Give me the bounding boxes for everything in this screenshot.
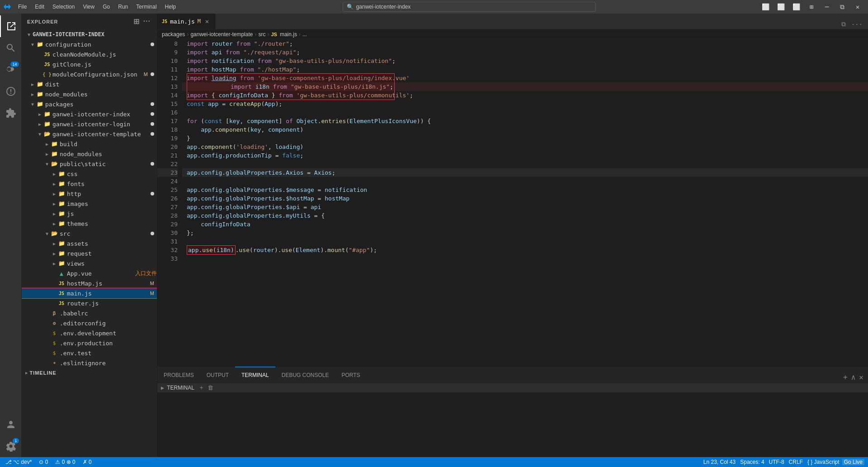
status-spaces[interactable]: Spaces: 4 (738, 459, 766, 465)
tree-item-views[interactable]: ▶ 📁 views (22, 258, 157, 268)
breadcrumb-packages[interactable]: packages (162, 31, 185, 38)
tree-item-js[interactable]: ▶ 📁 js (22, 209, 157, 219)
tree-item-hostMap[interactable]: JS hostMap.js M (22, 278, 157, 288)
tree-item-public-static[interactable]: ▼ 📂 public\static (22, 159, 157, 169)
tree-item-node_modules[interactable]: ▶ 📁 node_modules (22, 89, 157, 99)
terminal-add-btn[interactable]: + (842, 372, 849, 382)
menu-go[interactable]: Go (99, 3, 113, 11)
status-encoding[interactable]: UTF-8 (767, 459, 786, 465)
terminal-close-btn[interactable]: ✕ (858, 372, 864, 382)
breadcrumb-src[interactable]: src (258, 31, 265, 38)
tree-item-packages[interactable]: ▼ 📁 packages (22, 99, 157, 109)
tree-item-env-development[interactable]: $ .env.development (22, 328, 157, 338)
split-editor-btn[interactable]: ⧉ (840, 19, 848, 29)
code-line-14: import { configInfoData } from 'gw-base-… (182, 91, 868, 100)
more-actions-btn[interactable]: ··· (142, 16, 151, 27)
layout-activitybar-btn[interactable]: ⬜ (789, 2, 803, 11)
customize-layout-btn[interactable]: ⊞ (805, 2, 818, 11)
tree-item-node_modules2[interactable]: ▶ 📁 node_modules (22, 149, 157, 159)
tree-item-themes[interactable]: ▶ 📁 themes (22, 219, 157, 229)
tree-item-App.vue[interactable]: ▲ App.vue 入口文件 (22, 268, 157, 278)
menu-edit[interactable]: Edit (31, 3, 48, 11)
tree-item-editorconfig[interactable]: ⚙ .editorconfig (22, 318, 157, 328)
breadcrumb-dots[interactable]: ... (302, 31, 307, 38)
status-warnings[interactable]: ⚠ 0 ⊗ 0 (53, 459, 77, 465)
tab-ports[interactable]: PORTS (335, 367, 366, 382)
activity-settings[interactable]: 1 (0, 435, 22, 457)
terminal-trash-icon[interactable]: 🗑 (208, 384, 213, 391)
tree-item-build[interactable]: ▶ 📁 build (22, 139, 157, 149)
activity-search[interactable] (0, 37, 22, 59)
js-file-icon2: JS (43, 61, 51, 68)
themes-arrow: ▶ (51, 221, 58, 226)
menu-terminal[interactable]: Terminal (132, 3, 160, 11)
terminal-toggle-icon[interactable]: ▶ (161, 385, 164, 391)
tree-item-gitClone[interactable]: JS gitClone.js (22, 59, 157, 69)
tree-item-env-production[interactable]: $ .env.production (22, 338, 157, 348)
status-sync[interactable]: ⊙ 0 (37, 459, 50, 465)
tab-close-btn[interactable]: ✕ (203, 18, 211, 25)
tree-item-fonts[interactable]: ▶ 📁 fonts (22, 179, 157, 189)
breadcrumb: packages › ganwei-iotcenter-template › s… (157, 29, 868, 39)
tab-main-js[interactable]: JS main.js M ✕ (157, 14, 216, 29)
menu-run[interactable]: Run (114, 3, 132, 11)
status-errors[interactable]: ✗ 0 (81, 459, 94, 465)
close-btn[interactable]: ✕ (851, 2, 864, 11)
more-tabs-btn[interactable]: ··· (849, 20, 864, 29)
terminal-new-icon[interactable]: + (200, 385, 203, 391)
minimize-btn[interactable]: ─ (820, 2, 834, 11)
status-line-ending[interactable]: CRLF (787, 459, 805, 465)
tab-debug-console[interactable]: DEBUG CONSOLE (275, 367, 335, 382)
code-line-20: app.component('loading', loading) (182, 143, 868, 151)
tab-problems[interactable]: PROBLEMS (157, 367, 200, 382)
tree-item-http[interactable]: ▶ 📁 http (22, 189, 157, 199)
menu-selection[interactable]: Selection (49, 3, 78, 11)
tree-item-cleanNodeModule[interactable]: JS cleanNodeModule.js (22, 49, 157, 59)
tree-item-configuration[interactable]: ▼ 📁 configuration (22, 39, 157, 49)
layout-panel-btn[interactable]: ⬜ (774, 2, 788, 11)
code-content[interactable]: import router from "./router"; import ap… (182, 39, 868, 367)
terminal-minimize-btn[interactable]: ∧ (850, 372, 857, 382)
tree-item-css[interactable]: ▶ 📁 css (22, 169, 157, 179)
tab-terminal[interactable]: TERMINAL (235, 367, 275, 382)
timeline-section[interactable]: ▶ TIMELINE (22, 368, 157, 378)
tree-item-env-test[interactable]: $ .env.test (22, 348, 157, 358)
tab-output[interactable]: OUTPUT (200, 367, 235, 382)
new-file-btn[interactable]: ⊞ (132, 16, 141, 27)
tree-item-ganwei-template[interactable]: ▼ 📂 ganwei-iotcenter-template (22, 129, 157, 139)
tree-item-ganwei-index[interactable]: ▶ 📁 ganwei-iotcenter-index (22, 109, 157, 119)
terminal-content[interactable] (157, 393, 868, 457)
sidebar-header: EXPLORER ⊞ ··· (22, 14, 157, 29)
activity-explorer[interactable] (0, 15, 22, 37)
status-golive[interactable]: Go Live (842, 459, 864, 465)
breadcrumb-template[interactable]: ganwei-iotcenter-template (190, 31, 253, 38)
tree-item-images[interactable]: ▶ 📁 images (22, 199, 157, 209)
search-box[interactable]: 🔍 ganwei-iotcenter-index (343, 2, 596, 12)
tree-item-eslintignore[interactable]: ⚬ .eslintignore (22, 358, 157, 368)
restore-btn[interactable]: ⧉ (835, 2, 849, 11)
tree-item-dist[interactable]: ▶ 📁 dist (22, 79, 157, 89)
layout-sidebar-btn[interactable]: ⬜ (759, 2, 772, 11)
tree-item-babelrc[interactable]: β .babelrc (22, 308, 157, 318)
status-language[interactable]: { } JavaScript (806, 459, 841, 465)
menu-help[interactable]: Help (161, 3, 180, 11)
activity-extensions[interactable] (0, 102, 22, 124)
activity-debug[interactable] (0, 81, 22, 102)
tree-root[interactable]: ▼ GANWEI-IOTCENTER-INDEX (22, 29, 157, 39)
breadcrumb-mainjs[interactable]: main.js (280, 31, 297, 38)
ln-17: 17 (157, 117, 178, 125)
tree-item-assets[interactable]: ▶ 📁 assets (22, 238, 157, 248)
activity-source-control[interactable]: 14 (0, 59, 22, 81)
status-cursor-pos[interactable]: Ln 23, Col 43 (702, 459, 737, 465)
status-git-branch[interactable]: ⎇ ⌥ dev* (4, 459, 33, 465)
activity-accounts[interactable] (0, 414, 22, 435)
tree-item-router[interactable]: JS router.js (22, 298, 157, 308)
ln-27: 27 (157, 203, 178, 211)
menu-file[interactable]: File (14, 3, 30, 11)
tree-item-moduleConfiguration[interactable]: { } moduleConfiguration.json M (22, 69, 157, 79)
tree-item-ganwei-login[interactable]: ▶ 📁 ganwei-iotcenter-login (22, 119, 157, 129)
tree-item-request[interactable]: ▶ 📁 request (22, 248, 157, 258)
tree-item-main.js[interactable]: JS main.js M (22, 288, 157, 298)
menu-view[interactable]: View (79, 3, 98, 11)
tree-item-src[interactable]: ▼ 📂 src (22, 229, 157, 238)
